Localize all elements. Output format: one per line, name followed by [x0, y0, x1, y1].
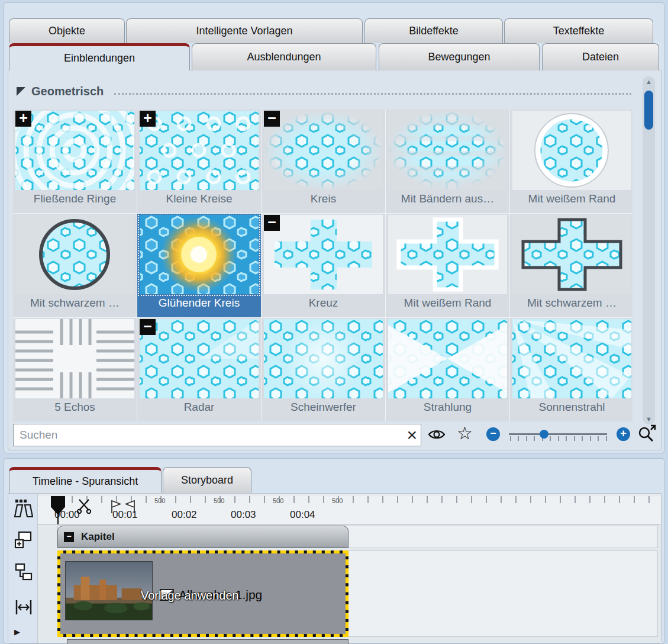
template-item[interactable]: Sonnenstrahl — [510, 318, 632, 421]
template-thumbnail[interactable] — [15, 215, 134, 294]
zoom-in-button[interactable]: + — [617, 427, 630, 441]
collapse-badge[interactable]: − — [264, 111, 280, 127]
template-item[interactable]: Mit schwarzem … — [13, 214, 137, 317]
search-box: × — [13, 424, 421, 446]
zoom-fit-icon[interactable] — [637, 424, 657, 445]
expand-toolbar-icon[interactable]: ▶ — [14, 627, 20, 636]
template-item[interactable]: − Kreis — [262, 110, 385, 213]
collapse-triangle-icon[interactable] — [17, 87, 25, 96]
template-item[interactable]: Mit Bändern aus… — [386, 110, 509, 213]
scroll-up-icon[interactable]: ▲ — [643, 78, 655, 85]
slider-thumb[interactable] — [540, 430, 548, 439]
tab-ausblendungen[interactable]: Ausblendungen — [192, 43, 376, 70]
template-item[interactable]: − Radar — [137, 318, 261, 421]
tab-storyboard[interactable]: Storyboard — [163, 467, 251, 493]
template-item[interactable]: − Kreuz — [262, 214, 385, 317]
tab-einblendungen[interactable]: Einblendungen — [9, 43, 190, 70]
template-item[interactable]: Scheinwerfer — [262, 318, 385, 421]
template-thumbnail[interactable] — [388, 319, 507, 398]
template-thumbnail[interactable]: + — [140, 111, 259, 190]
preview-eye-icon[interactable] — [427, 427, 446, 444]
template-label: Mit schwarzem … — [30, 297, 120, 310]
search-input[interactable] — [14, 424, 421, 446]
template-item[interactable]: + Fließende Ringe — [13, 110, 137, 213]
template-item[interactable]: Mit weißem Rand — [510, 110, 632, 213]
clip-body: Alhambra 1.jpg Vorlage anwenden — [60, 553, 346, 634]
template-label: Glühender Kreis — [159, 297, 240, 310]
template-item-selected[interactable]: Glühender Kreis — [137, 214, 261, 317]
template-thumbnail[interactable] — [512, 111, 631, 190]
circle-preview-image — [264, 111, 383, 190]
radar-preview-image — [140, 319, 259, 398]
split-object-icon[interactable] — [14, 498, 33, 521]
template-thumbnail[interactable] — [140, 215, 259, 294]
tab-timeline-spuransicht[interactable]: Timeline - Spuransicht — [9, 467, 162, 493]
section-header-geometrisch[interactable]: Geometrisch — [17, 85, 631, 98]
slider-track[interactable] — [509, 433, 607, 435]
tab-bewegungen[interactable]: Bewegungen — [379, 43, 540, 70]
tab-label: Einblendungen — [64, 52, 135, 65]
range-start-flag-icon[interactable] — [110, 500, 122, 516]
collapse-badge[interactable]: + — [140, 111, 156, 127]
template-thumbnail[interactable]: − — [140, 319, 259, 398]
template-thumbnail[interactable]: − — [264, 111, 383, 190]
vertical-scrollbar[interactable]: ▲ ▼ — [643, 76, 655, 424]
scroll-down-icon[interactable]: ▼ — [643, 416, 655, 423]
black-edge-circle-preview-image — [15, 215, 134, 294]
template-thumbnail[interactable] — [512, 215, 631, 294]
cross-preview-image — [264, 215, 383, 294]
collapse-badge[interactable]: + — [15, 111, 31, 127]
template-thumbnail[interactable] — [15, 319, 134, 398]
ruler-time-label: 00:03 — [231, 509, 256, 521]
insert-object-icon[interactable] — [14, 530, 33, 552]
collapse-badge[interactable]: − — [140, 319, 156, 335]
template-label: Mit weißem Rand — [528, 192, 616, 205]
template-item[interactable]: Mit schwarzem … — [510, 214, 632, 317]
template-item[interactable]: Mit weißem Rand — [386, 214, 509, 317]
timeline-ruler[interactable]: 500 500 500 500 00:00 00:01 00:02 00:03 … — [38, 496, 661, 524]
rings-preview-image — [15, 111, 134, 190]
template-thumbnail[interactable] — [512, 319, 631, 398]
tab-intelligente-vorlagen[interactable]: Intelligente Vorlagen — [126, 18, 363, 43]
template-label: Sonnenstrahl — [539, 401, 605, 414]
tab-objekte[interactable]: Objekte — [9, 18, 125, 43]
sunbeam-preview-image — [512, 319, 631, 398]
clear-search-icon[interactable]: × — [406, 424, 417, 446]
thumbnail-size-slider[interactable] — [509, 431, 607, 443]
template-label: Scheinwerfer — [291, 401, 356, 414]
template-thumbnail[interactable]: + — [15, 111, 134, 190]
tab-texteffekte[interactable]: Texteffekte — [504, 18, 653, 43]
collapse-badge[interactable]: − — [264, 215, 280, 231]
scrollbar-thumb[interactable] — [644, 91, 653, 130]
template-item[interactable]: + Kleine Kreise — [137, 110, 261, 213]
template-label: 5 Echos — [54, 401, 95, 414]
chapter-block[interactable]: − Kapitel — [57, 526, 348, 548]
chapter-collapse-icon[interactable]: − — [64, 532, 74, 542]
template-thumbnail[interactable] — [264, 319, 383, 398]
black-edge-cross-preview-image — [512, 215, 631, 294]
group-objects-icon[interactable] — [14, 562, 33, 584]
optimize-view-icon[interactable] — [14, 598, 33, 619]
media-pool-panel: Objekte Intelligente Vorlagen Bildeffekt… — [4, 2, 664, 453]
scissors-marker-icon[interactable] — [77, 498, 92, 516]
ruler-minor-label: 500 — [154, 497, 165, 504]
section-divider — [114, 89, 631, 95]
template-thumbnail[interactable] — [388, 215, 507, 294]
timeline-body: ▶ 500 500 500 500 00:00 00:01 00:02 00:0… — [8, 493, 661, 643]
next-track-strip[interactable] — [67, 639, 348, 644]
tab-dateien[interactable]: Dateien — [542, 43, 659, 70]
template-thumbnail[interactable]: − — [264, 215, 383, 294]
range-end-flag-icon[interactable] — [124, 500, 136, 516]
track-area[interactable]: − Kapitel — [38, 524, 661, 643]
zoom-out-button[interactable]: − — [486, 427, 500, 441]
selected-clip[interactable]: Alhambra 1.jpg Vorlage anwenden — [57, 550, 348, 637]
template-label: Mit schwarzem … — [527, 297, 617, 310]
radiation-preview-image — [388, 319, 507, 398]
apply-template-tooltip: Vorlage anwenden — [141, 589, 239, 603]
template-thumbnail[interactable] — [388, 111, 507, 190]
template-item[interactable]: Strahlung — [386, 318, 509, 421]
favorites-star-icon[interactable]: ☆ — [457, 423, 473, 443]
tab-bildeffekte[interactable]: Bildeffekte — [364, 18, 503, 43]
template-label: Kleine Kreise — [166, 192, 233, 205]
template-item[interactable]: 5 Echos — [13, 318, 137, 421]
